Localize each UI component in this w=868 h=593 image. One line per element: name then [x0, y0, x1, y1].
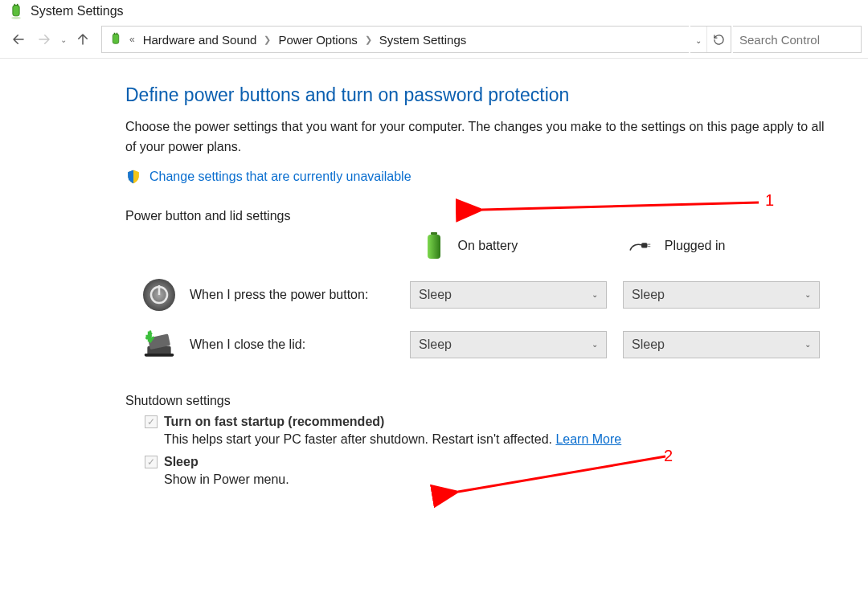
fast-startup-label: Turn on fast startup (recommended) — [164, 415, 384, 429]
breadcrumb-hardware-and-sound[interactable]: Hardware and Sound — [140, 33, 260, 47]
power-options-icon — [107, 31, 125, 48]
svg-rect-16 — [145, 354, 174, 357]
close-lid-battery-select[interactable]: Sleep ⌄ — [410, 331, 607, 358]
sleep-desc: Show in Power menu. — [164, 472, 836, 487]
navbar: ⌄ « Hardware and Sound ❯ Power Options ❯… — [0, 24, 868, 59]
power-button-section-header: Power button and lid settings — [125, 209, 836, 223]
svg-rect-8 — [428, 235, 440, 259]
plug-icon — [629, 230, 653, 262]
select-value: Sleep — [419, 288, 452, 302]
page-title: Define power buttons and turn on passwor… — [125, 84, 836, 106]
content-area: Define power buttons and turn on passwor… — [0, 59, 868, 511]
sleep-item: ✓ Sleep Show in Power menu. — [145, 455, 836, 487]
svg-rect-1 — [14, 4, 16, 6]
col-plugged-in: Plugged in — [629, 230, 836, 262]
breadcrumb-system-settings[interactable]: System Settings — [376, 33, 469, 47]
fast-startup-item: ✓ Turn on fast startup (recommended) Thi… — [145, 415, 836, 447]
power-table-header: On battery Plugged in — [141, 230, 836, 262]
address-bar-controls: ⌄ — [690, 26, 731, 53]
forward-button[interactable] — [32, 27, 56, 51]
col-plugged-in-label: Plugged in — [665, 239, 726, 253]
col-on-battery: On battery — [422, 230, 628, 262]
chevron-right-icon: ❯ — [263, 35, 272, 45]
power-button-icon — [141, 277, 177, 313]
chevron-down-icon: ⌄ — [592, 340, 598, 349]
page-description: Choose the power settings that you want … — [125, 117, 836, 157]
close-lid-row: When I close the lid: Sleep ⌄ Sleep ⌄ — [141, 320, 836, 370]
battery-icon — [422, 230, 446, 262]
recent-locations-dropdown[interactable]: ⌄ — [58, 35, 69, 44]
uac-shield-icon — [125, 169, 141, 185]
select-value: Sleep — [632, 337, 665, 352]
shutdown-section-header: Shutdown settings — [125, 394, 836, 408]
titlebar: System Settings — [0, 0, 868, 24]
svg-rect-7 — [431, 232, 437, 235]
close-lid-plugged-select[interactable]: Sleep ⌄ — [623, 331, 820, 358]
address-dropdown-icon[interactable]: ⌄ — [690, 35, 706, 45]
sleep-checkbox[interactable]: ✓ — [145, 456, 158, 468]
col-on-battery-label: On battery — [457, 239, 518, 253]
annotation-number-1: 1 — [765, 191, 774, 210]
chevron-right-icon: ❯ — [364, 35, 373, 45]
learn-more-link[interactable]: Learn More — [555, 432, 621, 446]
svg-rect-11 — [647, 246, 650, 247]
svg-point-3 — [11, 17, 21, 19]
close-lid-label: When I close the lid: — [190, 337, 305, 352]
address-bar[interactable]: « Hardware and Sound ❯ Power Options ❯ S… — [101, 26, 689, 53]
power-button-table: On battery Plugged in — [141, 230, 836, 370]
svg-rect-2 — [17, 4, 18, 6]
svg-rect-6 — [117, 33, 118, 35]
change-settings-row: Change settings that are currently unava… — [125, 169, 836, 185]
sleep-label: Sleep — [164, 455, 199, 469]
chevron-down-icon: ⌄ — [805, 290, 811, 299]
annotation-number-2: 2 — [664, 447, 673, 465]
window-title: System Settings — [31, 4, 124, 18]
laptop-lid-icon — [141, 327, 177, 362]
search-box[interactable] — [733, 26, 862, 53]
select-value: Sleep — [632, 288, 665, 302]
svg-rect-0 — [13, 6, 19, 16]
breadcrumb-overflow-icon[interactable]: « — [128, 34, 137, 45]
svg-rect-9 — [641, 243, 648, 247]
back-button[interactable] — [6, 27, 31, 51]
svg-rect-4 — [113, 34, 119, 43]
shutdown-settings-block: ✓ Turn on fast startup (recommended) Thi… — [145, 415, 836, 487]
power-button-label: When I press the power button: — [190, 288, 368, 302]
power-button-row: When I press the power button: Sleep ⌄ S… — [141, 270, 836, 320]
select-value: Sleep — [419, 337, 452, 352]
svg-rect-10 — [647, 243, 650, 244]
power-options-icon — [8, 3, 24, 19]
refresh-button[interactable] — [706, 27, 731, 52]
search-input[interactable] — [739, 33, 854, 47]
fast-startup-checkbox[interactable]: ✓ — [145, 415, 158, 428]
change-settings-link[interactable]: Change settings that are currently unava… — [149, 170, 411, 184]
power-button-plugged-select[interactable]: Sleep ⌄ — [623, 281, 820, 309]
chevron-down-icon: ⌄ — [805, 340, 811, 349]
chevron-down-icon: ⌄ — [592, 290, 598, 299]
breadcrumb-power-options[interactable]: Power Options — [275, 33, 360, 47]
svg-rect-5 — [114, 33, 116, 35]
up-button[interactable] — [71, 27, 95, 51]
fast-startup-desc: This helps start your PC faster after sh… — [164, 432, 836, 447]
power-button-battery-select[interactable]: Sleep ⌄ — [410, 281, 607, 309]
